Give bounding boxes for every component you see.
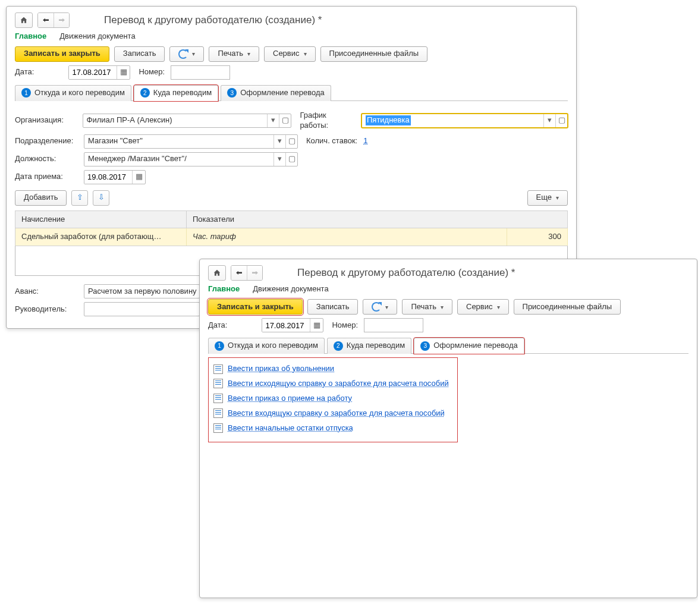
- nav-back-forward: 🠨 🠪: [37, 12, 70, 28]
- nav-forward-button: 🠪: [247, 266, 262, 280]
- label-hiredate: Дата приема:: [15, 172, 80, 182]
- tab-process[interactable]: 3 Оформление перевода: [414, 338, 524, 354]
- table-row[interactable]: Сдельный заработок (для работающ… Час. т…: [15, 228, 568, 246]
- add-row-button[interactable]: Добавить: [15, 190, 67, 206]
- save-close-button[interactable]: Записать и закрыть: [15, 46, 109, 62]
- tab-from-label: Откуда и кого переводим: [34, 88, 125, 98]
- arrow-down-icon: [98, 193, 105, 203]
- tab-num-2: 2: [334, 341, 343, 351]
- link-incoming-cert[interactable]: Ввести входящую справку о заработке для …: [228, 408, 445, 419]
- col-accrual: Начисление: [15, 210, 187, 228]
- manager-input[interactable]: [84, 302, 200, 316]
- chevron-down-icon[interactable]: ▾: [267, 114, 279, 127]
- col-indicators: Показатели: [186, 210, 567, 228]
- schedule-input[interactable]: Пятидневка ▾ ▢: [361, 114, 568, 128]
- list-item: Ввести исходящую справку о заработке для…: [213, 376, 452, 391]
- list-item: Ввести входящую справку о заработке для …: [213, 406, 452, 421]
- document-icon: [213, 408, 223, 418]
- chevron-down-icon[interactable]: ▾: [273, 135, 285, 148]
- tab-to[interactable]: 2 Куда переводим: [134, 85, 218, 101]
- open-ref-icon[interactable]: ▢: [555, 114, 567, 127]
- open-ref-icon[interactable]: ▢: [285, 153, 297, 166]
- number-input[interactable]: [364, 318, 423, 332]
- hire-date-input[interactable]: [84, 171, 132, 184]
- refresh-icon: [372, 302, 381, 312]
- list-item: Ввести начальные остатки отпуска: [213, 421, 452, 436]
- chevron-down-icon[interactable]: ▾: [543, 114, 555, 127]
- print-button[interactable]: Печать: [209, 46, 259, 62]
- link-hire-order[interactable]: Ввести приказ о приеме на работу: [228, 394, 352, 404]
- save-button[interactable]: Записать: [114, 46, 165, 62]
- nav-back-button[interactable]: 🠨: [231, 266, 247, 280]
- print-button[interactable]: Печать: [402, 299, 452, 315]
- tab-num-3: 3: [420, 341, 430, 351]
- save-button[interactable]: Записать: [307, 299, 359, 315]
- more-button[interactable]: Еще: [527, 190, 568, 206]
- tab-process[interactable]: 3 Оформление перевода: [221, 85, 331, 101]
- label-schedule: График работы:: [300, 111, 356, 131]
- nav-back-button[interactable]: 🠨: [38, 13, 54, 27]
- subtab-main[interactable]: Главное: [15, 32, 46, 42]
- calendar-icon[interactable]: ▦: [132, 171, 145, 184]
- attached-files-button[interactable]: Присоединенные файлы: [320, 46, 428, 62]
- label-org: Организация:: [15, 115, 79, 125]
- nav-forward-button: 🠪: [54, 13, 69, 27]
- tab-process-label: Оформление перевода: [240, 88, 325, 98]
- tab-num-2: 2: [140, 88, 150, 98]
- tab-from-label: Откуда и кого переводим: [228, 341, 318, 351]
- subtab-main[interactable]: Главное: [208, 284, 240, 294]
- label-date: Дата:: [208, 320, 227, 331]
- number-input[interactable]: [171, 65, 230, 80]
- label-number: Номер:: [139, 67, 165, 77]
- document-icon: [213, 379, 223, 388]
- tab-from[interactable]: 1 Откуда и кого переводим: [15, 85, 131, 101]
- date-input[interactable]: [69, 66, 117, 79]
- attached-files-button[interactable]: Присоединенные файлы: [514, 299, 621, 315]
- document-icon: [213, 364, 223, 374]
- link-outgoing-cert[interactable]: Ввести исходящую справку о заработке для…: [228, 379, 449, 389]
- label-date: Дата:: [15, 67, 34, 77]
- service-button[interactable]: Сервис: [457, 299, 509, 315]
- open-ref-icon[interactable]: ▢: [279, 114, 291, 127]
- label-position: Должность:: [15, 154, 80, 164]
- advance-input[interactable]: Расчетом за первую половину: [84, 284, 200, 298]
- link-dismissal-order[interactable]: Ввести приказ об увольнении: [228, 364, 334, 374]
- calendar-icon[interactable]: ▦: [117, 66, 130, 79]
- tab-to[interactable]: 2 Куда переводим: [327, 338, 411, 354]
- label-dept: Подразделение:: [15, 136, 80, 146]
- dept-input[interactable]: Магазин "Свет" ▾ ▢: [84, 134, 298, 149]
- document-icon: [213, 394, 223, 403]
- home-icon: [20, 16, 28, 24]
- refresh-button[interactable]: [363, 299, 397, 315]
- tab-process-label: Оформление перевода: [433, 341, 518, 351]
- refresh-button[interactable]: [169, 46, 204, 62]
- service-button[interactable]: Сервис: [264, 46, 316, 62]
- window-title: Перевод к другому работодателю (создание…: [104, 14, 322, 27]
- subtab-movements[interactable]: Движения документа: [253, 284, 328, 294]
- open-ref-icon[interactable]: ▢: [285, 135, 297, 148]
- link-vacation-balance[interactable]: Ввести начальные остатки отпуска: [228, 423, 353, 433]
- label-manager: Руководитель:: [15, 304, 80, 315]
- tab-to-label: Куда переводим: [347, 341, 405, 351]
- tab-num-1: 1: [21, 88, 31, 98]
- nav-back-forward: 🠨 🠪: [231, 265, 263, 281]
- calendar-icon[interactable]: ▦: [310, 319, 323, 332]
- home-button[interactable]: [15, 12, 33, 28]
- window-transfer-2: 🠨 🠪 Перевод к другому работодателю (созд…: [199, 259, 697, 598]
- list-item: Ввести приказ о приеме на работу: [213, 391, 452, 406]
- window-title: Перевод к другому работодателю (создание…: [297, 266, 515, 279]
- chevron-down-icon[interactable]: ▾: [273, 153, 285, 166]
- position-input[interactable]: Менеджер /Магазин "Свет"/ ▾ ▢: [84, 152, 298, 166]
- label-advance: Аванс:: [15, 287, 80, 297]
- move-down-button[interactable]: [93, 190, 109, 206]
- tab-num-1: 1: [215, 341, 224, 351]
- home-icon: [213, 269, 221, 277]
- save-close-button[interactable]: Записать и закрыть: [208, 299, 303, 315]
- org-input[interactable]: Филиал ПР-А (Алексин) ▾ ▢: [83, 114, 292, 128]
- subtab-movements[interactable]: Движения документа: [59, 32, 135, 42]
- date-input[interactable]: [262, 319, 310, 332]
- rates-link[interactable]: 1: [363, 136, 367, 146]
- move-up-button[interactable]: [71, 190, 88, 206]
- home-button[interactable]: [208, 265, 226, 281]
- tab-from[interactable]: 1 Откуда и кого переводим: [208, 338, 325, 354]
